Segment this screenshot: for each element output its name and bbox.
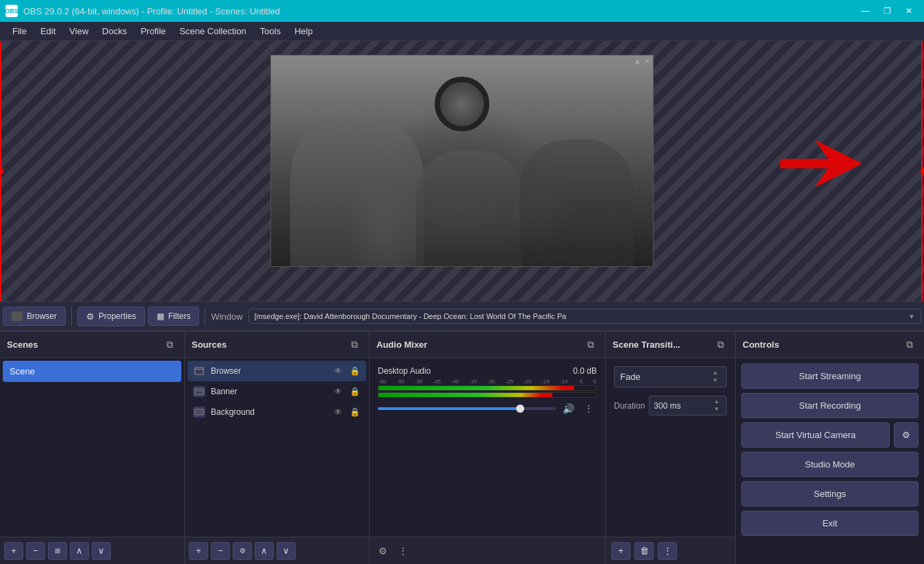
person-right bbox=[519, 140, 634, 266]
start-streaming-button[interactable]: Start Streaming bbox=[741, 363, 919, 389]
scenes-remove-button[interactable]: − bbox=[26, 542, 45, 560]
red-arrow bbox=[780, 140, 862, 190]
red-handle-right[interactable] bbox=[921, 168, 924, 175]
controls-expand-button[interactable]: ⧉ bbox=[902, 337, 917, 352]
audio-title: Audio Mixer bbox=[376, 339, 427, 350]
studio-mode-button[interactable]: Studio Mode bbox=[741, 452, 919, 477]
properties-button[interactable]: ⚙ Properties bbox=[77, 307, 145, 326]
menu-file[interactable]: File bbox=[5, 23, 34, 39]
audio-footer: ⚙ ⋮ bbox=[370, 537, 605, 564]
preview-icon-1[interactable]: ▲ bbox=[634, 57, 641, 66]
svg-rect-6 bbox=[196, 411, 202, 413]
audio-more-button[interactable]: ⋮ bbox=[580, 400, 597, 417]
window-select[interactable]: [msedge.exe]: David Attenborough Documen… bbox=[248, 309, 921, 324]
transition-down-button[interactable]: ▼ bbox=[710, 377, 721, 384]
bottom-toolbar: Browser ⚙ Properties ▦ Filters Window [m… bbox=[0, 301, 924, 331]
filters-button[interactable]: ▦ Filters bbox=[148, 307, 200, 326]
transitions-footer: + 🗑 ⋮ bbox=[606, 537, 735, 564]
svg-marker-0 bbox=[780, 140, 862, 188]
window-value: [msedge.exe]: David Attenborough Documen… bbox=[255, 312, 567, 320]
scenes-panel: Scenes ⧉ Scene + − ⊞ ∧ ∨ bbox=[0, 332, 185, 564]
source-controls-browser: 👁 🔒 bbox=[332, 365, 361, 377]
person-left bbox=[290, 118, 424, 266]
virtual-camera-settings-button[interactable]: ⚙ bbox=[894, 422, 919, 448]
banner-visibility-button[interactable]: 👁 bbox=[332, 385, 344, 398]
person-center bbox=[416, 151, 523, 266]
transition-up-button[interactable]: ▲ bbox=[710, 370, 721, 376]
scene-item-scene[interactable]: Scene bbox=[3, 361, 181, 382]
background-visibility-button[interactable]: 👁 bbox=[332, 406, 344, 418]
settings-button[interactable]: Settings bbox=[741, 481, 919, 507]
source-item-background[interactable]: Background 👁 🔒 bbox=[188, 402, 366, 422]
start-virtual-camera-button[interactable]: Start Virtual Camera bbox=[741, 422, 890, 448]
menu-docks[interactable]: Docks bbox=[95, 23, 133, 39]
source-controls-background: 👁 🔒 bbox=[332, 406, 361, 418]
duration-down-button[interactable]: ▼ bbox=[711, 406, 722, 413]
transitions-remove-button[interactable]: 🗑 bbox=[634, 542, 654, 560]
transitions-add-button[interactable]: + bbox=[611, 542, 630, 560]
menu-edit[interactable]: Edit bbox=[34, 23, 62, 39]
meter-labels: -60-55-50-45-40-35-30-25-20-15-10-50 bbox=[378, 379, 597, 385]
scenes-up-button[interactable]: ∧ bbox=[70, 542, 89, 560]
sources-settings-button[interactable]: ⚙ bbox=[233, 542, 252, 560]
maximize-button[interactable]: ❐ bbox=[877, 4, 897, 18]
scenes-add-button[interactable]: + bbox=[4, 542, 23, 560]
video-frame[interactable]: ocean ▲ ✕ bbox=[270, 55, 654, 267]
transition-spinner: ▲ ▼ bbox=[710, 370, 721, 384]
sources-remove-button[interactable]: − bbox=[211, 542, 230, 560]
sources-down-button[interactable]: ∨ bbox=[277, 542, 296, 560]
mute-button[interactable]: 🔊 bbox=[560, 400, 576, 417]
sources-up-button[interactable]: ∧ bbox=[255, 542, 274, 560]
close-button[interactable]: ✕ bbox=[899, 4, 919, 18]
transitions-header: Scene Transiti... ⧉ bbox=[606, 332, 735, 358]
chevron-down-icon: ▼ bbox=[908, 313, 915, 320]
toolbar-separator-2 bbox=[205, 307, 205, 326]
transitions-more-button[interactable]: ⋮ bbox=[658, 542, 677, 560]
titlebar-left: OBS OBS 29.0.2 (64-bit, windows) - Profi… bbox=[5, 5, 280, 17]
menubar: File Edit View Docks Profile Scene Colle… bbox=[0, 22, 924, 41]
duration-row: Duration 300 ms ▲ ▼ bbox=[608, 393, 732, 418]
scenes-filter-button[interactable]: ⊞ bbox=[48, 542, 67, 560]
menu-help[interactable]: Help bbox=[287, 23, 320, 39]
panel-area: Scenes ⧉ Scene + − ⊞ ∧ ∨ Sources ⧉ bbox=[0, 331, 924, 564]
toolbar-separator-1 bbox=[71, 307, 72, 326]
menu-profile[interactable]: Profile bbox=[133, 23, 172, 39]
slider-thumb[interactable] bbox=[516, 405, 524, 413]
menu-scene-collection[interactable]: Scene Collection bbox=[172, 23, 253, 39]
scenes-expand-button[interactable]: ⧉ bbox=[162, 337, 177, 352]
exit-button[interactable]: Exit bbox=[741, 511, 919, 536]
preview-icon-2[interactable]: ✕ bbox=[644, 57, 650, 66]
main-area: ocean ▲ ✕ bbox=[0, 41, 924, 564]
source-item-banner[interactable]: Banner 👁 🔒 bbox=[188, 381, 366, 402]
audio-settings-button[interactable]: ⚙ bbox=[375, 543, 390, 559]
sources-add-button[interactable]: + bbox=[189, 542, 208, 560]
audio-expand-button[interactable]: ⧉ bbox=[583, 337, 598, 352]
gear-icon: ⚙ bbox=[86, 311, 94, 322]
audio-menu-button[interactable]: ⋮ bbox=[396, 543, 411, 559]
browser-visibility-button[interactable]: 👁 bbox=[332, 365, 344, 377]
duration-up-button[interactable]: ▲ bbox=[711, 398, 722, 405]
menu-tools[interactable]: Tools bbox=[253, 23, 287, 39]
camera-lens-sim bbox=[435, 77, 489, 131]
source-name-banner: Banner bbox=[211, 387, 326, 396]
sources-expand-button[interactable]: ⧉ bbox=[347, 337, 362, 352]
menu-view[interactable]: View bbox=[62, 23, 95, 39]
browser-button[interactable]: Browser bbox=[3, 307, 66, 326]
transitions-expand-button[interactable]: ⧉ bbox=[713, 337, 728, 352]
filter-icon: ▦ bbox=[157, 311, 164, 321]
transition-select[interactable]: Fade ▲ ▼ bbox=[614, 366, 727, 387]
browser-lock-button[interactable]: 🔒 bbox=[348, 365, 361, 377]
scenes-down-button[interactable]: ∨ bbox=[92, 542, 111, 560]
start-recording-button[interactable]: Start Recording bbox=[741, 393, 919, 418]
source-item-browser[interactable]: Browser 👁 🔒 bbox=[188, 361, 366, 381]
volume-slider[interactable] bbox=[378, 403, 556, 414]
background-lock-button[interactable]: 🔒 bbox=[348, 406, 361, 418]
source-name-background: Background bbox=[211, 407, 326, 417]
duration-input[interactable]: 300 ms ▲ ▼ bbox=[649, 396, 727, 415]
banner-lock-button[interactable]: 🔒 bbox=[348, 385, 361, 398]
scenes-footer: + − ⊞ ∧ ∨ bbox=[0, 537, 184, 564]
obs-icon: OBS bbox=[5, 5, 18, 17]
minimize-button[interactable]: — bbox=[856, 4, 875, 18]
audio-header: Audio Mixer ⧉ bbox=[370, 332, 605, 358]
properties-label: Properties bbox=[99, 311, 136, 321]
